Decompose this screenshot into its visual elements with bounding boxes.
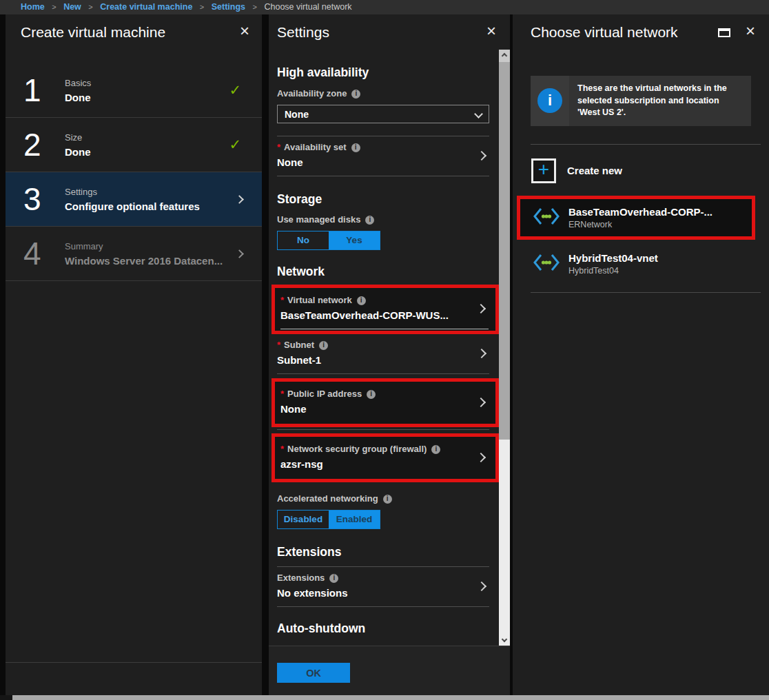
close-icon[interactable]: × <box>746 23 755 39</box>
toggle-option-no[interactable]: No <box>278 231 329 249</box>
step-label: Basics <box>65 78 91 88</box>
step-size[interactable]: 2 Size Done ✓ <box>6 117 262 172</box>
vnet-name: HybridTest04-vnet <box>568 252 658 264</box>
required-marker: * <box>280 389 284 400</box>
network-heading: Network <box>277 264 489 279</box>
select-value: None <box>285 109 309 120</box>
chevron-right-icon <box>477 150 486 160</box>
highlight-box-vnet-item: BaseTeamOverhead-CORP-... ERNetwork <box>517 196 755 240</box>
ok-button[interactable]: OK <box>277 663 350 683</box>
info-icon: i <box>537 88 562 113</box>
field-value: azsr-nsg <box>280 458 472 471</box>
breadcrumb-home[interactable]: Home <box>21 2 45 12</box>
step-summary[interactable]: 4 Summary Windows Server 2016 Datacen... <box>6 226 262 280</box>
highlight-box-nsg: * Network security group (firewall) i az… <box>271 433 499 482</box>
info-banner: i These are the virtual networks in the … <box>531 76 751 126</box>
vnet-item-hybridtest04[interactable]: HybridTest04-vnet HybridTest04 <box>513 245 769 282</box>
required-marker: * <box>277 340 280 351</box>
breadcrumb-create-vm[interactable]: Create virtual machine <box>100 2 192 12</box>
vnet-item-baseteamoverhead[interactable]: BaseTeamOverhead-CORP-... ERNetwork <box>520 199 752 236</box>
step-label: Settings <box>65 187 200 197</box>
close-icon[interactable]: × <box>486 23 496 39</box>
step-number: 1 <box>23 74 55 107</box>
breadcrumb-separator: > <box>248 3 262 11</box>
required-marker: * <box>277 142 280 153</box>
virtual-network-field[interactable]: * Virtual network i BaseTeamOverhead-COR… <box>280 289 489 329</box>
required-marker: * <box>280 295 284 306</box>
settings-footer: OK <box>269 646 510 700</box>
info-icon[interactable]: i <box>365 216 374 225</box>
use-managed-disks-toggle[interactable]: No Yes <box>277 231 380 250</box>
availability-set-field[interactable]: * Availability set i None <box>277 136 489 176</box>
step-settings[interactable]: 3 Settings Configure optional features <box>6 172 262 226</box>
scroll-down-button[interactable] <box>499 633 510 646</box>
blade-footer-divider <box>6 662 262 663</box>
info-icon[interactable]: i <box>367 390 376 399</box>
step-label: Size <box>65 132 91 143</box>
chevron-down-icon <box>474 110 483 119</box>
scrollbar-thumb[interactable] <box>499 62 510 440</box>
step-basics[interactable]: 1 Basics Done ✓ <box>6 63 262 117</box>
toggle-option-yes[interactable]: Yes <box>329 231 380 249</box>
field-value: None <box>277 156 473 169</box>
network-security-group-field[interactable]: * Network security group (firewall) i az… <box>280 438 489 477</box>
divider <box>277 429 489 430</box>
accelerated-networking-toggle[interactable]: Disabled Enabled <box>277 510 380 529</box>
info-icon[interactable]: i <box>357 296 366 305</box>
chevron-right-icon <box>476 303 486 313</box>
virtual-network-icon <box>531 253 562 275</box>
blade-choose-vnet-title: Choose virtual network <box>531 24 678 41</box>
step-number: 2 <box>23 128 55 161</box>
info-icon[interactable]: i <box>351 90 360 99</box>
info-icon[interactable]: i <box>329 574 338 583</box>
subnet-field[interactable]: * Subnet i Subnet-1 <box>277 334 489 374</box>
vnet-name: BaseTeamOverhead-CORP-... <box>568 206 712 218</box>
accelerated-networking-label: Accelerated networking i <box>277 493 489 504</box>
info-icon[interactable]: i <box>351 143 360 152</box>
blade-create-vm: Create virtual machine × 1 Basics Done ✓… <box>6 14 262 700</box>
divider <box>531 144 761 145</box>
label-text: Network security group (firewall) <box>287 444 427 455</box>
highlight-box-virtual-network: * Virtual network i BaseTeamOverhead-COR… <box>271 285 499 334</box>
label-text: Use managed disks <box>277 214 360 225</box>
plus-glyph: + <box>538 160 549 179</box>
breadcrumb: Home > New > Create virtual machine > Se… <box>0 0 769 14</box>
info-icon[interactable]: i <box>383 495 392 504</box>
settings-scrollbar[interactable] <box>499 50 510 646</box>
extensions-heading: Extensions <box>277 544 489 559</box>
chevron-right-icon <box>476 397 486 406</box>
info-banner-text: These are the virtual networks in the se… <box>569 76 751 126</box>
toggle-option-disabled[interactable]: Disabled <box>278 511 329 528</box>
breadcrumb-separator: > <box>83 3 97 11</box>
chevron-right-icon <box>235 249 244 258</box>
toggle-option-enabled[interactable]: Enabled <box>329 511 380 528</box>
extensions-field[interactable]: Extensions i No extensions <box>277 567 489 607</box>
maximize-icon[interactable] <box>718 28 730 37</box>
blade-choose-vnet-header: Choose virtual network × <box>513 14 769 50</box>
create-new-vnet-button[interactable]: + Create new <box>531 153 761 189</box>
horizontal-scrollbar-thumb[interactable] <box>12 695 769 700</box>
settings-scroll-area: High availability Availability zone i No… <box>269 50 499 646</box>
availability-zone-select[interactable]: None <box>277 105 489 123</box>
public-ip-field[interactable]: * Public IP address i None <box>280 383 489 422</box>
step-number: 3 <box>23 183 55 216</box>
horizontal-scrollbar[interactable] <box>0 695 769 700</box>
field-value: Subnet-1 <box>277 354 473 367</box>
wizard-steps: 1 Basics Done ✓ 2 Size Done ✓ 3 Settings <box>6 63 262 281</box>
info-icon[interactable]: i <box>319 341 328 350</box>
chevron-right-icon <box>235 195 244 204</box>
required-marker: * <box>280 444 284 455</box>
breadcrumb-new[interactable]: New <box>63 2 81 12</box>
info-icon[interactable]: i <box>431 445 440 454</box>
blade-create-vm-title: Create virtual machine <box>21 24 165 41</box>
field-value: No extensions <box>277 587 473 599</box>
label-text: Subnet <box>284 340 314 351</box>
create-new-label: Create new <box>567 165 622 176</box>
scroll-up-button[interactable] <box>499 50 510 62</box>
availability-zone-label: Availability zone i <box>277 88 489 99</box>
info-banner-icon-cell: i <box>531 76 569 126</box>
close-icon[interactable]: × <box>240 23 249 39</box>
step-sublabel: Configure optional features <box>65 200 200 212</box>
plus-icon: + <box>531 158 556 183</box>
breadcrumb-settings[interactable]: Settings <box>212 2 245 12</box>
